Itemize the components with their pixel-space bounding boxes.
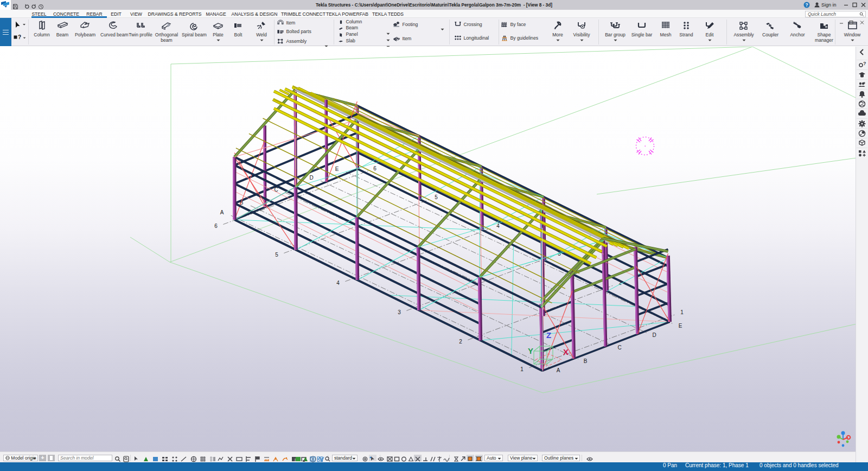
svg-text:1: 1 <box>680 309 684 315</box>
svg-text:A: A <box>220 209 224 215</box>
svg-text:?: ? <box>805 2 808 8</box>
svg-text:5: 5 <box>435 194 438 200</box>
svg-text:6: 6 <box>214 223 218 229</box>
svg-text:D: D <box>309 175 313 181</box>
svg-text:Y: Y <box>528 346 533 355</box>
svg-text:C: C <box>617 345 621 351</box>
svg-text:D: D <box>652 332 656 338</box>
svg-text:Sign in: Sign in <box>821 2 837 8</box>
svg-text:5: 5 <box>275 252 278 258</box>
svg-text:Z: Z <box>546 330 551 340</box>
svg-text:1: 1 <box>520 366 524 372</box>
svg-text:A: A <box>557 367 560 373</box>
svg-text:6: 6 <box>373 166 376 171</box>
svg-text:B: B <box>584 358 588 364</box>
svg-text:3: 3 <box>398 309 401 315</box>
svg-text:?: ? <box>863 61 866 66</box>
svg-text:E: E <box>335 166 339 172</box>
svg-text:E: E <box>679 323 682 329</box>
svg-text:2: 2 <box>459 339 462 345</box>
svg-text:4: 4 <box>496 223 500 229</box>
svg-text:X: X <box>563 347 569 357</box>
svg-text:4: 4 <box>336 280 340 286</box>
